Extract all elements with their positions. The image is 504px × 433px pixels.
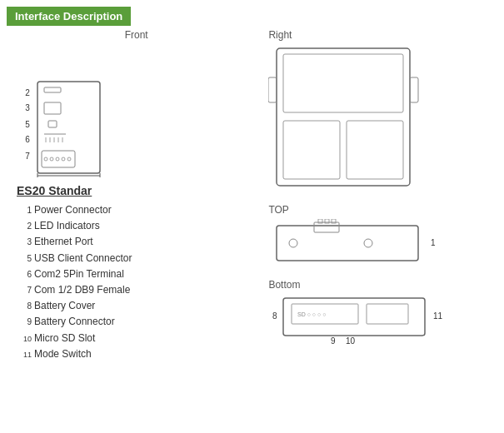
list-item: 3Ethernet Port — [17, 234, 260, 250]
device-body — [37, 82, 100, 173]
db9-pin4 — [62, 157, 65, 161]
db9-pin1 — [44, 157, 47, 161]
list-item: 10Micro SD Slot — [17, 331, 260, 346]
ethernet-port — [44, 102, 61, 114]
bottom-label-10: 10 — [346, 336, 356, 346]
bottom-label: Bottom — [268, 279, 492, 291]
item-label-9: Battery Connector — [34, 314, 115, 330]
bottom-diagram-section: Bottom 8 SD ○ ○ ○ ○ 9 10 11 — [268, 279, 492, 352]
right-label: Right — [268, 29, 492, 41]
item-label-8: Battery Cover — [34, 298, 95, 314]
right-body — [277, 48, 410, 186]
label-2: 2 — [25, 88, 30, 97]
right-column: Right TOP — [260, 29, 492, 362]
label-3: 3 — [25, 103, 30, 112]
es20-section: ES20 Standar 1Power Connector 2LED Indic… — [12, 184, 260, 362]
list-item: 9Battery Connector — [17, 314, 260, 330]
side-bump-right — [410, 77, 418, 102]
header-bar: Interface Description — [7, 7, 131, 26]
bottom-label-8: 8 — [272, 311, 277, 321]
width-label: W — [64, 177, 72, 177]
item-num-11: 11 — [17, 349, 32, 361]
item-list: 1Power Connector 2LED Indicators 3Ethern… — [17, 202, 260, 362]
left-column: Front 2 3 5 6 7 — [12, 29, 260, 362]
right-bottom-right — [347, 121, 403, 179]
item-num-7: 7 — [17, 284, 32, 297]
header-title: Interface Description — [15, 10, 122, 22]
right-bottom-left — [283, 121, 340, 179]
item-num-8: 8 — [17, 300, 32, 313]
list-item: 2LED Indicators — [17, 218, 260, 234]
item-label-5: USB Client Connector — [34, 251, 132, 266]
item-label-2: LED Indicators — [34, 218, 100, 234]
list-item: 5USB Client Connector — [17, 251, 260, 266]
bottom-inner-text: SD ○ ○ ○ ○ — [297, 311, 326, 317]
label-7: 7 — [25, 152, 30, 161]
front-diagram-svg: 2 3 5 6 7 — [12, 44, 137, 177]
item-num-3: 3 — [17, 236, 32, 249]
right-top-panel — [283, 54, 403, 112]
db9-connector — [42, 151, 75, 167]
led-area — [44, 87, 61, 92]
front-diagram-section: Front 2 3 5 6 7 — [12, 29, 260, 177]
list-item: 11Mode Switch — [17, 346, 260, 362]
item-label-1: Power Connector — [34, 202, 112, 218]
label-5: 5 — [25, 120, 30, 129]
item-label-6: Com2 5Pin Terminal — [34, 266, 124, 282]
item-num-9: 9 — [17, 316, 32, 329]
right-diagram-svg — [268, 44, 443, 194]
top-circle-1 — [289, 239, 297, 247]
item-num-6: 6 — [17, 268, 32, 281]
bottom-label-11: 11 — [433, 311, 443, 321]
top-diagram-section: TOP 1 — [268, 204, 492, 269]
db9-pin3 — [56, 157, 59, 161]
top-power — [314, 222, 339, 232]
bottom-label-9: 9 — [331, 336, 336, 346]
list-item: 1Power Connector — [17, 202, 260, 218]
db9-pin2 — [50, 157, 53, 161]
list-item: 7Com 1/2 DB9 Female — [17, 282, 260, 298]
es20-title: ES20 Standar — [17, 184, 260, 197]
label-6: 6 — [25, 135, 30, 144]
list-item: 6Com2 5Pin Terminal — [17, 266, 260, 282]
item-num-2: 2 — [17, 220, 32, 233]
top-circle-2 — [364, 239, 372, 247]
bottom-battery-area — [367, 304, 408, 324]
db9-pin5 — [67, 157, 71, 161]
item-label-7: Com 1/2 DB9 Female — [34, 282, 130, 298]
front-label: Front — [12, 29, 260, 41]
top-label: TOP — [268, 204, 492, 216]
top-diagram-svg: 1 — [268, 219, 452, 269]
item-num-5: 5 — [17, 252, 32, 266]
side-bump-left — [268, 77, 277, 102]
right-diagram-section: Right — [268, 29, 492, 194]
top-label-1: 1 — [431, 238, 436, 247]
item-num-10: 10 — [17, 333, 32, 345]
bottom-diagram-svg: 8 SD ○ ○ ○ ○ 9 10 11 — [268, 294, 452, 352]
item-label-3: Ethernet Port — [34, 234, 93, 250]
item-num-1: 1 — [17, 204, 32, 217]
list-item: 8Battery Cover — [17, 298, 260, 314]
item-label-10: Micro SD Slot — [34, 331, 95, 346]
item-label-11: Mode Switch — [34, 346, 92, 362]
usb-port — [48, 121, 57, 127]
